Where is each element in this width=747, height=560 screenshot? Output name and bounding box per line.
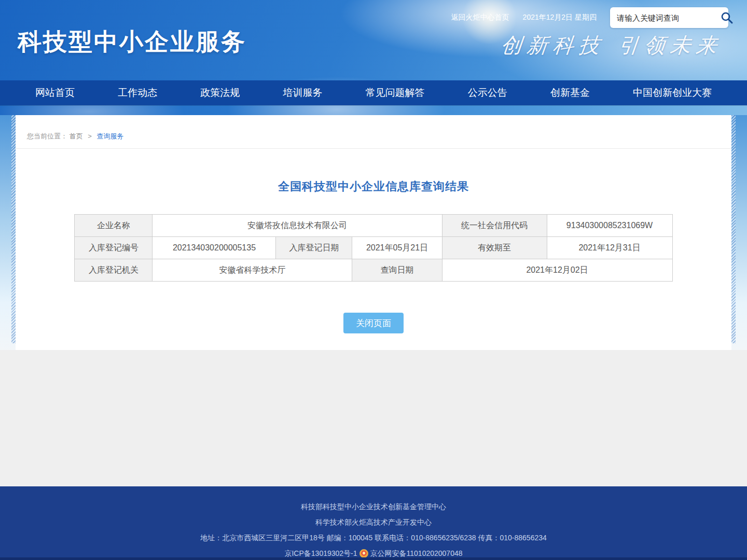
table-row: 入库登记编号 202134030200005135 入库登记日期 2021年05… bbox=[75, 237, 672, 259]
page-title: 全国科技型中小企业信息库查询结果 bbox=[16, 179, 731, 194]
valid-until-value: 2021年12月31日 bbox=[547, 237, 672, 259]
site-header: 科技型中小企业服务 返回火炬中心首页 2021年12月2日 星期四 创新科技引领… bbox=[0, 0, 747, 115]
current-date: 2021年12月2日 星期四 bbox=[523, 13, 597, 22]
top-utility-bar: 返回火炬中心首页 2021年12月2日 星期四 bbox=[451, 6, 728, 29]
search-icon[interactable] bbox=[720, 11, 734, 24]
site-logo: 科技型中小企业服务 bbox=[18, 26, 246, 58]
credit-code-label: 统一社会信用代码 bbox=[442, 215, 547, 237]
slogan-text: 创新科技引领未来 bbox=[500, 31, 724, 60]
content-zone: 您当前位置： 首页 > 查询服务 全国科技型中小企业信息库查询结果 企业名称 安… bbox=[0, 115, 747, 350]
police-badge-icon bbox=[359, 549, 368, 558]
table-row: 入库登记机关 安徽省科学技术厅 查询日期 2021年12月02日 bbox=[75, 259, 672, 282]
content-panel: 您当前位置： 首页 > 查询服务 全国科技型中小企业信息库查询结果 企业名称 安… bbox=[16, 115, 731, 350]
valid-until-label: 有效期至 bbox=[442, 237, 547, 259]
return-torch-home-link[interactable]: 返回火炬中心首页 bbox=[451, 13, 509, 22]
site-footer: 科技部科技型中小企业技术创新基金管理中心 科学技术部火炬高技术产业开发中心 地址… bbox=[0, 486, 747, 560]
search-input[interactable] bbox=[617, 13, 720, 22]
main-nav: 网站首页 工作动态 政策法规 培训服务 常见问题解答 公示公告 创新基金 中国创… bbox=[0, 80, 747, 105]
table-row: 企业名称 安徽塔孜信息技术有限公司 统一社会信用代码 9134030008523… bbox=[75, 215, 672, 237]
query-result-table: 企业名称 安徽塔孜信息技术有限公司 统一社会信用代码 9134030008523… bbox=[74, 214, 672, 282]
close-page-button[interactable]: 关闭页面 bbox=[343, 313, 404, 333]
registration-authority-label: 入库登记机关 bbox=[75, 259, 153, 282]
security-record-number[interactable]: 京公网安备11010202007048 bbox=[370, 545, 463, 560]
nav-item-policies[interactable]: 政策法规 bbox=[197, 80, 243, 105]
nav-item-work-news[interactable]: 工作动态 bbox=[115, 80, 160, 105]
registration-date-value: 2021年05月21日 bbox=[352, 237, 442, 259]
nav-item-home[interactable]: 网站首页 bbox=[32, 80, 78, 105]
icp-number[interactable]: 京ICP备13019302号-1 bbox=[284, 545, 357, 560]
registration-number-label: 入库登记编号 bbox=[75, 237, 153, 259]
nav-item-innovation-fund[interactable]: 创新基金 bbox=[547, 80, 593, 105]
nav-item-faq[interactable]: 常见问题解答 bbox=[363, 80, 428, 105]
registration-number-value: 202134030200005135 bbox=[153, 237, 276, 259]
breadcrumb: 您当前位置： 首页 > 查询服务 bbox=[16, 115, 731, 149]
footer-org-line2: 科学技术部火炬高技术产业开发中心 bbox=[0, 514, 747, 530]
query-date-value: 2021年12月02日 bbox=[442, 259, 672, 282]
query-date-label: 查询日期 bbox=[352, 259, 442, 282]
credit-code-value: 91340300085231069W bbox=[547, 215, 672, 237]
breadcrumb-current-link[interactable]: 查询服务 bbox=[96, 132, 123, 140]
registration-date-label: 入库登记日期 bbox=[276, 237, 352, 259]
footer-icp-line: 京ICP备13019302号-1 京公网安备11010202007048 bbox=[0, 545, 747, 560]
company-name-value: 安徽塔孜信息技术有限公司 bbox=[153, 215, 442, 237]
breadcrumb-separator: > bbox=[88, 132, 92, 140]
spacer-background bbox=[0, 350, 747, 486]
nav-item-training[interactable]: 培训服务 bbox=[280, 80, 325, 105]
registration-authority-value: 安徽省科学技术厅 bbox=[153, 259, 352, 282]
footer-org-line1: 科技部科技型中小企业技术创新基金管理中心 bbox=[0, 499, 747, 514]
search-box[interactable] bbox=[610, 7, 728, 28]
footer-contact-line: 地址：北京市西城区三里河二区甲18号 邮编：100045 联系电话：010-88… bbox=[0, 530, 747, 545]
nav-item-announcements[interactable]: 公示公告 bbox=[465, 80, 510, 105]
breadcrumb-home-link[interactable]: 首页 bbox=[70, 132, 83, 140]
company-name-label: 企业名称 bbox=[75, 215, 153, 237]
nav-item-competition[interactable]: 中国创新创业大赛 bbox=[630, 80, 715, 105]
breadcrumb-prefix: 您当前位置： bbox=[27, 132, 67, 140]
